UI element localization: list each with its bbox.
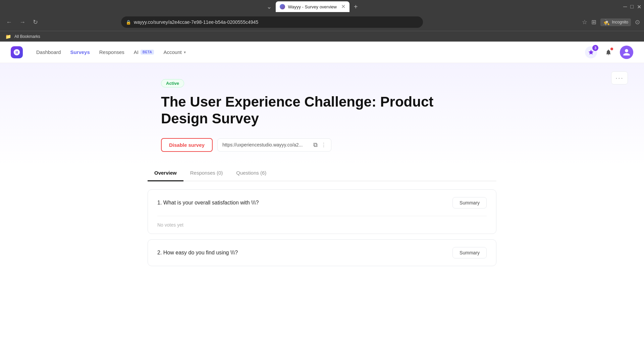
points-count: 3 [592, 45, 598, 51]
beta-badge: BETA [141, 50, 154, 55]
avatar-icon [623, 48, 631, 56]
extension-icon-1[interactable]: ⊞ [591, 18, 596, 26]
chevron-down-icon: ▾ [184, 50, 186, 55]
tab-overview[interactable]: Overview [148, 165, 183, 181]
lock-icon: 🔒 [126, 20, 131, 25]
summary-button-1[interactable]: Summary [452, 197, 487, 208]
profile-icon[interactable]: ⊙ [635, 18, 640, 26]
incognito-icon: 🕵 [603, 19, 610, 25]
copy-url-icon[interactable]: ⧉ [313, 141, 318, 148]
incognito-badge: 🕵 Incognito [600, 18, 631, 26]
bookmarks-bar: 📁 All Bookmarks [0, 31, 644, 42]
survey-url-box: https://uxperiencestudio.wayyy.co/a2... … [217, 138, 331, 152]
points-button[interactable]: 3 [585, 46, 597, 58]
nav-dashboard[interactable]: Dashboard [36, 49, 61, 55]
tabs-section: Overview Responses (0) Questions (6) [121, 165, 523, 181]
all-bookmarks-item[interactable]: All Bookmarks [12, 34, 42, 39]
survey-actions: Disable survey https://uxperiencestudio.… [161, 138, 483, 152]
survey-content: Active The User Experience Challenge: Pr… [121, 79, 523, 152]
app-nav: Dashboard Surveys Responses AI BETA Acco… [0, 42, 644, 63]
logo-icon [13, 49, 20, 56]
app-container: Dashboard Surveys Responses AI BETA Acco… [0, 42, 644, 343]
forward-button[interactable]: → [17, 17, 28, 27]
tab-questions[interactable]: Questions (6) [229, 165, 273, 181]
survey-url-text: https://uxperiencestudio.wayyy.co/a2... [222, 142, 310, 147]
nav-right: 3 [585, 46, 633, 59]
question-header-1: 1. What is your overall satisfaction wit… [148, 190, 496, 216]
question-text-1: 1. What is your overall satisfaction wit… [157, 200, 259, 206]
tabs-row: Overview Responses (0) Questions (6) [148, 165, 496, 181]
browser-chrome: ⌄ Wayyy - Survey overview ✕ + ─ □ ✕ ← → … [0, 0, 644, 42]
survey-header-bg: Active The User Experience Challenge: Pr… [0, 63, 644, 165]
url-text: wayyy.co/survey/a2e4ccae-7e98-11ee-b54a-… [134, 19, 418, 25]
question-card-1: 1. What is your overall satisfaction wit… [148, 189, 496, 234]
more-options-area: ··· [611, 74, 628, 82]
back-button[interactable]: ← [4, 17, 14, 27]
summary-button-2[interactable]: Summary [452, 247, 487, 258]
user-avatar[interactable] [620, 46, 633, 59]
app-logo[interactable] [11, 46, 23, 58]
tab-favicon [280, 4, 285, 9]
question-body-2: How easy do you find using \\\? [163, 250, 238, 255]
nav-ai-label: AI [134, 49, 139, 55]
bookmark-star-icon[interactable]: ☆ [582, 18, 587, 26]
no-votes-label-1: No votes yet [148, 216, 496, 234]
question-card-2: 2. How easy do you find using \\\? Summa… [148, 239, 496, 266]
more-options-button[interactable]: ··· [611, 71, 628, 84]
tab-bar: ⌄ Wayyy - Survey overview ✕ + ─ □ ✕ [0, 0, 644, 13]
question-header-2: 2. How easy do you find using \\\? Summa… [148, 240, 496, 266]
notification-dot [610, 48, 613, 50]
minimize-button[interactable]: ─ [623, 4, 627, 10]
nav-account[interactable]: Account ▾ [163, 49, 185, 55]
maximize-button[interactable]: □ [630, 4, 634, 10]
url-box-more[interactable]: ⋮ [321, 142, 326, 148]
incognito-label: Incognito [612, 20, 628, 24]
tab-responses[interactable]: Responses (0) [183, 165, 230, 181]
address-bar-row: ← → ↻ 🔒 wayyy.co/survey/a2e4ccae-7e98-11… [0, 13, 644, 31]
close-button[interactable]: ✕ [637, 4, 641, 10]
nav-responses[interactable]: Responses [99, 49, 124, 55]
address-bar[interactable]: 🔒 wayyy.co/survey/a2e4ccae-7e98-11ee-b54… [121, 16, 423, 28]
tab-title: Wayyy - Survey overview [288, 4, 338, 9]
browser-toolbar-right: ☆ ⊞ 🕵 Incognito ⊙ [582, 18, 640, 26]
account-label: Account [163, 49, 181, 55]
nav-links: Dashboard Surveys Responses AI BETA Acco… [36, 49, 574, 55]
tab-list-button[interactable]: ⌄ [264, 2, 274, 12]
question-number-1: 1 [157, 200, 160, 205]
disable-survey-button[interactable]: Disable survey [161, 138, 213, 152]
tab-close-button[interactable]: ✕ [341, 4, 345, 9]
reload-button[interactable]: ↻ [31, 17, 40, 27]
questions-section: 1. What is your overall satisfaction wit… [121, 181, 523, 266]
question-number-dot-2: . [160, 250, 163, 255]
status-badge: Active [161, 79, 184, 87]
nav-surveys[interactable]: Surveys [70, 49, 90, 55]
browser-tab-active[interactable]: Wayyy - Survey overview ✕ [276, 1, 350, 12]
nav-ai[interactable]: AI BETA [134, 49, 154, 55]
question-number-dot: . [160, 200, 163, 205]
question-text-2: 2. How easy do you find using \\\? [157, 250, 238, 256]
bookmarks-folder-icon: 📁 [5, 34, 11, 39]
survey-title: The User Experience Challenge: Product D… [161, 94, 436, 127]
new-tab-button[interactable]: + [351, 2, 360, 11]
notifications-button[interactable] [602, 46, 614, 58]
question-number-2: 2 [157, 250, 160, 255]
question-body-1: What is your overall satisfaction with \… [163, 200, 259, 205]
